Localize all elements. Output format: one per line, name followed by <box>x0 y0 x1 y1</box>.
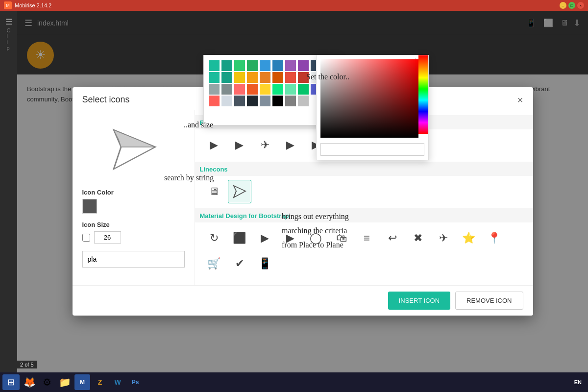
color-cell[interactable] <box>285 96 296 106</box>
color-cell[interactable] <box>209 96 220 106</box>
language-indicator: EN <box>574 379 582 385</box>
icon-item[interactable]: ⭐ <box>457 226 481 250</box>
icon-item[interactable]: ▶ <box>228 133 251 157</box>
remove-icon-button[interactable]: REMOVE ICON <box>455 292 523 310</box>
icon-item[interactable]: 📍 <box>483 226 506 250</box>
modal-close-button[interactable]: × <box>517 95 523 105</box>
taskbar-photoshop[interactable]: Ps <box>127 374 143 390</box>
icon-item[interactable]: ↻ <box>202 226 226 250</box>
color-cell[interactable] <box>234 72 245 83</box>
color-cell[interactable] <box>298 84 309 95</box>
app-title: Mobirise 2.14.2 <box>15 2 557 8</box>
color-cell[interactable] <box>247 84 258 95</box>
color-cell[interactable] <box>285 84 296 95</box>
icon-size-label: Icon Size <box>82 221 185 228</box>
icon-item[interactable]: ✔ <box>228 252 251 275</box>
minimize-button[interactable]: – <box>560 2 566 9</box>
filezilla-icon: Z <box>98 378 102 386</box>
sidebar-icon-1[interactable]: Clip <box>2 32 16 46</box>
color-cell[interactable] <box>234 60 245 71</box>
photoshop-icon: Ps <box>132 379 139 386</box>
icon-item[interactable]: ↩ <box>381 226 404 250</box>
color-cell[interactable] <box>247 96 258 106</box>
hex-input[interactable] <box>320 143 424 156</box>
color-cell[interactable] <box>298 72 309 83</box>
color-cell[interactable] <box>260 84 270 95</box>
color-cell[interactable] <box>234 96 245 106</box>
size-checkbox[interactable] <box>82 234 90 242</box>
color-cell[interactable] <box>234 84 245 95</box>
color-cell[interactable] <box>272 72 283 83</box>
hue-strip[interactable] <box>418 55 428 134</box>
color-cell[interactable] <box>260 72 270 83</box>
left-sidebar: ☰ Clip <box>0 11 17 392</box>
icon-item-selected[interactable] <box>228 180 251 203</box>
size-input[interactable] <box>94 231 121 244</box>
color-cell[interactable] <box>221 72 232 83</box>
icon-item[interactable]: ▶ <box>279 133 302 157</box>
taskbar-word[interactable]: W <box>110 374 125 390</box>
maximize-button[interactable]: □ <box>568 2 575 9</box>
color-cell[interactable] <box>209 84 220 95</box>
color-cell[interactable] <box>209 72 220 83</box>
color-cell[interactable] <box>272 84 283 95</box>
color-cell[interactable] <box>285 72 296 83</box>
color-cell[interactable] <box>285 60 296 71</box>
icon-item[interactable]: ≡ <box>355 226 379 250</box>
taskbar-settings[interactable]: ⚙ <box>39 374 55 390</box>
folder-icon: 📁 <box>59 376 71 388</box>
gradient-box[interactable] <box>320 59 418 138</box>
color-cell[interactable] <box>298 96 309 106</box>
gradient-area <box>320 59 424 141</box>
modal-title: Select icons <box>82 95 130 105</box>
search-input[interactable] <box>82 251 185 268</box>
color-cell[interactable] <box>209 60 220 71</box>
icon-color-label: Icon Color <box>82 189 185 196</box>
icon-item[interactable]: 📱 <box>253 252 277 275</box>
icon-item[interactable]: ▶ <box>279 226 302 250</box>
color-cell[interactable] <box>247 72 258 83</box>
material-design-label: Material Design for Bootstrap <box>195 208 533 222</box>
icon-item[interactable]: 🛍 <box>330 226 353 250</box>
taskbar-tray: EN <box>570 379 586 385</box>
icon-item[interactable]: ▶ <box>202 133 226 157</box>
paper-plane-icon <box>109 125 158 174</box>
main-content: ☰ index.html 📱 ⬜ 🖥 ⬇ ☀ Bootstrap is the … <box>17 11 588 392</box>
color-cell[interactable] <box>221 84 232 95</box>
modal-footer: INSERT ICON REMOVE ICON <box>73 285 533 316</box>
material-design-icons: ↻ ⬛ ▶ ▶ ◯ 🛍 ≡ ↩ ✖ ✈ ⭐ 📍 🛒 <box>202 226 526 275</box>
icon-item[interactable]: ✈ <box>432 226 455 250</box>
insert-icon-button[interactable]: INSERT ICON <box>388 292 450 310</box>
taskbar: ⊞ 🦊 ⚙ 📁 M Z W Ps EN <box>0 372 588 392</box>
color-cell[interactable] <box>221 96 232 106</box>
close-button[interactable]: × <box>577 2 584 9</box>
color-cell[interactable] <box>260 96 270 106</box>
color-cell[interactable] <box>272 96 283 106</box>
taskbar-mobirise[interactable]: M <box>74 374 90 390</box>
color-cell[interactable] <box>221 60 232 71</box>
firefox-icon: 🦊 <box>24 376 36 388</box>
linecons-label: Linecons <box>195 162 533 176</box>
color-cell[interactable] <box>272 60 283 71</box>
color-swatch[interactable] <box>82 199 97 214</box>
svg-marker-2 <box>114 130 155 147</box>
icon-size-control: Icon Size <box>82 221 185 244</box>
icon-item[interactable]: ✈ <box>253 133 277 157</box>
color-cell[interactable] <box>260 60 270 71</box>
icon-item[interactable]: ▶ <box>253 226 277 250</box>
icon-item[interactable]: 🖥 <box>202 180 226 203</box>
sidebar-menu-icon[interactable]: ☰ <box>2 15 16 28</box>
taskbar-filezilla[interactable]: Z <box>92 374 108 390</box>
start-button[interactable]: ⊞ <box>2 374 20 390</box>
plane-selected-icon <box>233 185 246 198</box>
color-cell[interactable] <box>298 60 309 71</box>
color-cell[interactable] <box>247 60 258 71</box>
window-controls: – □ × <box>560 2 584 9</box>
taskbar-firefox[interactable]: 🦊 <box>22 374 37 390</box>
linecons-icons: 🖥 <box>202 180 526 203</box>
icon-item[interactable]: ⬛ <box>228 226 251 250</box>
icon-item[interactable]: 🛒 <box>202 252 226 275</box>
icon-item[interactable]: ◯ <box>304 226 328 250</box>
taskbar-folder[interactable]: 📁 <box>57 374 73 390</box>
icon-item[interactable]: ✖ <box>406 226 430 250</box>
